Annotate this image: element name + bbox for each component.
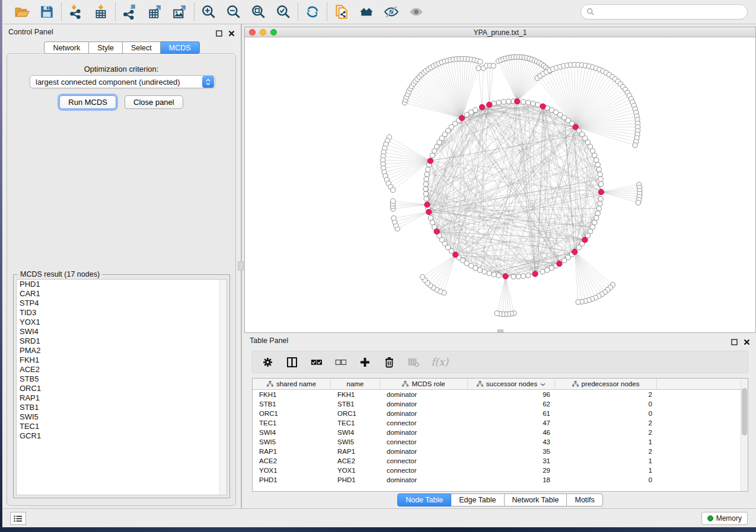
hide-selected-icon[interactable] [383, 4, 400, 20]
export-image-icon[interactable] [171, 4, 188, 20]
tab-edge-table[interactable]: Edge Table [451, 493, 504, 507]
cell-predecessor-nodes[interactable]: 1 [555, 466, 657, 475]
cell-shared-name[interactable]: ACE2 [253, 456, 331, 466]
cell-shared-name[interactable]: YOX1 [253, 466, 331, 475]
cell-MCDS-role[interactable]: connector [380, 456, 468, 466]
table-scrollbar-thumb[interactable] [742, 388, 747, 435]
cell-predecessor-nodes[interactable]: 2 [555, 418, 657, 428]
result-node-item[interactable]: RAP1 [17, 393, 227, 403]
cell-MCDS-role[interactable]: connector [380, 437, 468, 447]
result-node-item[interactable]: YOX1 [17, 318, 227, 327]
column-header-successor-nodes[interactable]: successor nodes [468, 379, 555, 389]
cell-shared-name[interactable]: TEC1 [253, 418, 331, 428]
result-node-item[interactable]: SRD1 [17, 336, 227, 346]
search-input[interactable] [595, 8, 747, 16]
result-node-item[interactable]: PMA2 [17, 346, 227, 355]
zoom-selected-icon[interactable] [275, 4, 292, 20]
cell-shared-name[interactable]: STB1 [253, 399, 331, 409]
cell-successor-nodes[interactable]: 29 [468, 466, 555, 475]
result-node-item[interactable]: CAR1 [17, 289, 227, 299]
table-body[interactable]: FKH1FKH1dominator962STB1STB1dominator620… [253, 390, 741, 491]
cell-shared-name[interactable]: RAP1 [253, 447, 331, 456]
column-header-name[interactable]: name [331, 379, 380, 389]
add-column-icon[interactable] [358, 355, 371, 368]
cell-MCDS-role[interactable]: connector [380, 418, 468, 428]
tab-select[interactable]: Select [123, 41, 161, 54]
result-node-item[interactable]: SWI5 [17, 412, 227, 422]
memory-button[interactable]: Memory [701, 512, 748, 525]
table-row[interactable]: PHD1PHD1dominator180 [253, 475, 741, 485]
result-node-item[interactable]: TID3 [17, 308, 227, 318]
result-node-item[interactable]: STB1 [17, 403, 227, 412]
result-node-item[interactable]: SWI4 [17, 327, 227, 336]
close-table-panel-icon[interactable] [744, 337, 750, 348]
select-all-checks-icon[interactable] [310, 355, 323, 368]
network-view-titlebar[interactable]: YPA_prune.txt_1 [245, 27, 755, 37]
cell-predecessor-nodes[interactable]: 1 [555, 437, 657, 447]
cell-MCDS-role[interactable]: dominator [380, 428, 468, 437]
table-settings-gear-icon[interactable] [261, 355, 274, 368]
column-header-predecessor-nodes[interactable]: predecessor nodes [555, 379, 657, 389]
cell-name[interactable]: ORC1 [331, 409, 380, 418]
task-history-button[interactable] [10, 512, 26, 525]
table-scrollbar[interactable] [741, 379, 748, 491]
deselect-all-checks-icon[interactable] [334, 355, 347, 368]
mcds-result-list[interactable]: PHD1CAR1STP4TID3YOX1SWI4SRD1PMA2FKH1ACE2… [16, 279, 227, 495]
cell-name[interactable]: SWI4 [331, 428, 380, 437]
table-row[interactable]: TEC1TEC1connector472 [253, 418, 741, 428]
cell-name[interactable]: SWI5 [331, 437, 380, 447]
table-row[interactable]: YOX1YOX1connector291 [253, 466, 741, 475]
result-node-item[interactable]: STP4 [17, 299, 227, 308]
cell-successor-nodes[interactable]: 47 [468, 418, 555, 428]
cell-predecessor-nodes[interactable]: 2 [555, 428, 657, 437]
cell-shared-name[interactable]: SWI5 [253, 437, 331, 447]
zoom-in-icon[interactable] [200, 4, 217, 20]
table-row[interactable]: RAP1RAP1dominator352 [253, 447, 741, 456]
clone-network-icon[interactable] [333, 4, 350, 20]
float-table-panel-icon[interactable] [731, 337, 738, 348]
network-canvas[interactable] [245, 37, 755, 332]
column-header-MCDS-role[interactable]: MCDS role [380, 379, 468, 389]
cell-name[interactable]: FKH1 [331, 390, 380, 399]
criterion-select[interactable]: largest connected component (undirected) [30, 75, 215, 88]
horizontal-splitter-handle[interactable] [497, 329, 503, 332]
cell-successor-nodes[interactable]: 31 [468, 456, 555, 466]
cell-name[interactable]: ACE2 [331, 456, 380, 466]
cell-shared-name[interactable]: PHD1 [253, 475, 331, 485]
first-neighbors-icon[interactable] [358, 4, 375, 20]
delete-column-trash-icon[interactable] [382, 355, 395, 368]
import-network-icon[interactable] [68, 4, 84, 20]
tab-motifs[interactable]: Motifs [567, 493, 602, 507]
result-node-item[interactable]: ACE2 [17, 365, 227, 374]
result-node-item[interactable]: FKH1 [17, 355, 227, 365]
cell-predecessor-nodes[interactable]: 0 [555, 399, 657, 409]
cell-successor-nodes[interactable]: 43 [468, 437, 555, 447]
cell-MCDS-role[interactable]: dominator [380, 447, 468, 456]
import-table-icon[interactable] [92, 4, 109, 20]
result-node-item[interactable]: ORC1 [17, 384, 227, 393]
tab-network[interactable]: Network [44, 41, 89, 54]
cell-successor-nodes[interactable]: 96 [468, 390, 555, 399]
search-box[interactable] [580, 4, 748, 20]
cell-name[interactable]: STB1 [331, 399, 380, 409]
close-panel-icon[interactable] [228, 28, 235, 39]
tab-style[interactable]: Style [89, 41, 123, 54]
cell-MCDS-role[interactable]: dominator [380, 409, 468, 418]
result-list-scrollbar[interactable] [219, 280, 227, 495]
save-session-icon[interactable] [39, 4, 55, 20]
zoom-out-icon[interactable] [225, 4, 242, 20]
cell-MCDS-role[interactable]: dominator [380, 390, 468, 399]
sort-chevron-icon[interactable] [540, 380, 546, 387]
tab-network-table[interactable]: Network Table [505, 493, 567, 507]
cell-name[interactable]: RAP1 [331, 447, 380, 456]
cell-successor-nodes[interactable]: 18 [468, 475, 555, 485]
table-row[interactable]: ACE2ACE2connector311 [253, 456, 741, 466]
table-row[interactable]: FKH1FKH1dominator962 [253, 390, 741, 399]
refresh-layout-icon[interactable] [304, 4, 321, 20]
cell-successor-nodes[interactable]: 46 [468, 428, 555, 437]
cell-predecessor-nodes[interactable]: 2 [555, 447, 657, 456]
cell-shared-name[interactable]: SWI4 [253, 428, 331, 437]
open-file-icon[interactable] [14, 4, 30, 20]
export-network-icon[interactable] [122, 4, 138, 20]
cell-name[interactable]: PHD1 [331, 475, 380, 485]
